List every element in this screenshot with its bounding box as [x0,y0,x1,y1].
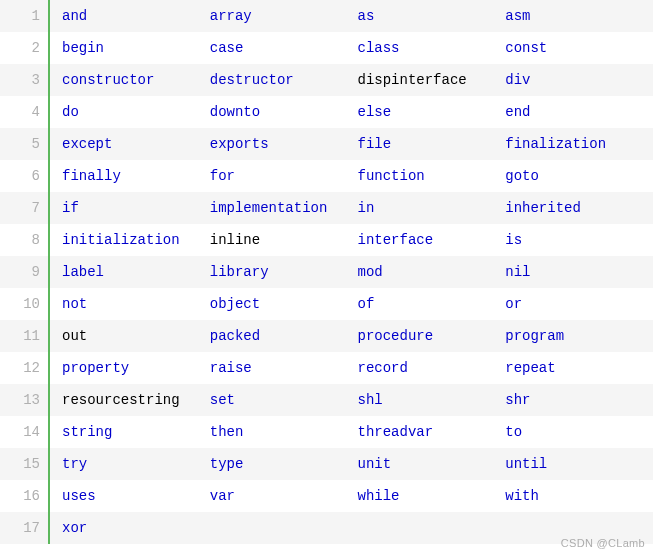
line-number: 2 [0,40,48,56]
keyword-cell: for [210,168,358,184]
line-number: 17 [0,520,48,536]
keyword-cell: or [505,296,653,312]
line-number: 4 [0,104,48,120]
keyword-cell: destructor [210,72,358,88]
keyword-cell: threadvar [358,424,506,440]
code-row: 13resourcestringsetshlshr [0,384,653,416]
keyword-cell [210,520,358,536]
code-cells: finallyforfunctiongoto [50,168,653,184]
line-number: 3 [0,72,48,88]
keyword-cell: resourcestring [62,392,210,408]
keyword-cell: not [62,296,210,312]
keyword-cell: raise [210,360,358,376]
keyword-cell: then [210,424,358,440]
keyword-cell: goto [505,168,653,184]
keyword-cell: string [62,424,210,440]
keyword-cell: const [505,40,653,56]
keyword-cell: to [505,424,653,440]
code-cells: trytypeunituntil [50,456,653,472]
keyword-cell: unit [358,456,506,472]
code-cells: initializationinlineinterfaceis [50,232,653,248]
keyword-cell: begin [62,40,210,56]
keyword-cell: try [62,456,210,472]
keyword-cell: finalization [505,136,653,152]
code-cells: constructordestructordispinterfacediv [50,72,653,88]
keyword-cell: function [358,168,506,184]
keyword-cell: record [358,360,506,376]
keyword-cell: property [62,360,210,376]
keyword-cell: set [210,392,358,408]
keyword-cell: exports [210,136,358,152]
line-number: 1 [0,8,48,24]
keyword-cell: as [358,8,506,24]
keyword-cell: inherited [505,200,653,216]
code-cells: andarrayasasm [50,8,653,24]
keyword-cell: out [62,328,210,344]
line-number: 13 [0,392,48,408]
keyword-cell: and [62,8,210,24]
line-number: 5 [0,136,48,152]
code-container: 1andarrayasasm2begincaseclassconst3const… [0,0,653,544]
code-row: 2begincaseclassconst [0,32,653,64]
code-row: 8initializationinlineinterfaceis [0,224,653,256]
keyword-cell: type [210,456,358,472]
keyword-cell: xor [62,520,210,536]
keyword-cell: in [358,200,506,216]
keyword-cell: interface [358,232,506,248]
line-number: 6 [0,168,48,184]
code-row: 10notobjectofor [0,288,653,320]
code-cells: outpackedprocedureprogram [50,328,653,344]
code-row: 9labellibrarymodnil [0,256,653,288]
code-row: 5exceptexportsfilefinalization [0,128,653,160]
code-row: 12propertyraiserecordrepeat [0,352,653,384]
keyword-cell: is [505,232,653,248]
line-number: 16 [0,488,48,504]
code-cells: resourcestringsetshlshr [50,392,653,408]
code-row: 4dodowntoelseend [0,96,653,128]
code-cells: ifimplementationininherited [50,200,653,216]
keyword-cell: else [358,104,506,120]
keyword-cell: class [358,40,506,56]
keyword-cell: if [62,200,210,216]
keyword-cell: end [505,104,653,120]
keyword-cell: until [505,456,653,472]
code-cells: begincaseclassconst [50,40,653,56]
keyword-cell: label [62,264,210,280]
code-cells: labellibrarymodnil [50,264,653,280]
code-cells: stringthenthreadvarto [50,424,653,440]
code-row: 16usesvarwhilewith [0,480,653,512]
keyword-cell: with [505,488,653,504]
keyword-cell: library [210,264,358,280]
code-row: 6finallyforfunctiongoto [0,160,653,192]
keyword-cell: implementation [210,200,358,216]
code-cells: exceptexportsfilefinalization [50,136,653,152]
keyword-cell: of [358,296,506,312]
keyword-cell: finally [62,168,210,184]
keyword-cell: except [62,136,210,152]
keyword-cell: repeat [505,360,653,376]
line-number: 10 [0,296,48,312]
keyword-cell: procedure [358,328,506,344]
code-cells: propertyraiserecordrepeat [50,360,653,376]
keyword-cell: shr [505,392,653,408]
keyword-cell: mod [358,264,506,280]
keyword-cell: asm [505,8,653,24]
code-row: 17xor [0,512,653,544]
code-cells: xor [50,520,653,536]
keyword-cell: constructor [62,72,210,88]
code-row: 14stringthenthreadvarto [0,416,653,448]
keyword-cell: array [210,8,358,24]
code-cells: usesvarwhilewith [50,488,653,504]
code-row: 7ifimplementationininherited [0,192,653,224]
code-row: 15trytypeunituntil [0,448,653,480]
line-number: 11 [0,328,48,344]
keyword-cell [358,520,506,536]
line-number: 15 [0,456,48,472]
keyword-cell: inline [210,232,358,248]
keyword-cell: object [210,296,358,312]
keyword-cell: program [505,328,653,344]
keyword-cell: case [210,40,358,56]
watermark: CSDN @CLamb [561,537,645,549]
keyword-cell: file [358,136,506,152]
keyword-cell: nil [505,264,653,280]
